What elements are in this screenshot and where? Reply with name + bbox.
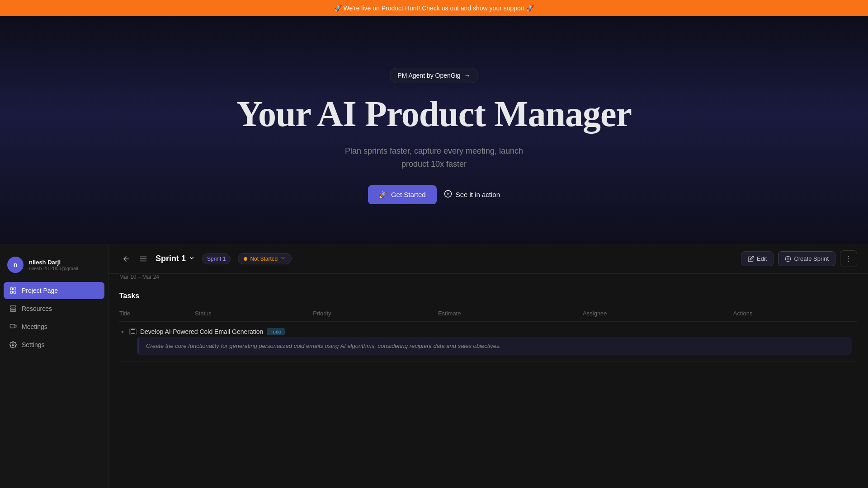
col-title: Title [119,305,189,322]
user-profile: n nilesh Darji nilesh.28.2003@gmail... [0,251,108,278]
col-actions: Actions [728,305,857,322]
tasks-heading: Tasks [119,285,857,305]
more-options-button[interactable]: ⋮ [840,250,857,267]
badge-arrow: → [464,72,471,79]
toolbar-right: Edit Create Sprint ⋮ [741,250,857,267]
task-title: Develop AI-Powered Cold Email Generation [140,328,263,335]
get-started-button[interactable]: 🚀 Get Started [368,185,437,204]
sprint-title-text: Sprint 1 [156,254,186,263]
svg-rect-9 [10,324,15,328]
sidebar-item-settings[interactable]: Settings [4,336,104,353]
subtitle-line1: Plan sprints faster, capture every meeti… [345,146,523,155]
sprint-title-button[interactable]: Sprint 1 [156,254,195,263]
sprint-date: Mar 10 – Mar 24 [108,274,868,285]
hero-subtitle: Plan sprints faster, capture every meeti… [345,145,523,171]
status-text: Not Started [250,256,278,262]
banner-text: 🚀 We're live on Product Hunt! Check us o… [334,5,534,12]
col-assignee: Assignee [577,305,728,322]
create-sprint-button[interactable]: Create Sprint [778,251,835,266]
sidebar-item-project-page[interactable]: Project Page [4,282,104,299]
play-icon [444,190,452,199]
sprint-badge: Sprint 1 [202,253,231,264]
task-checkbox[interactable] [129,328,137,335]
top-banner: 🚀 We're live on Product Hunt! Check us o… [0,0,868,16]
tasks-table: Title Status Priority Estimate Assignee … [119,305,857,361]
svg-point-10 [12,344,14,346]
pm-agent-badge[interactable]: PM Agent by OpenGig → [390,68,478,83]
see-action-button[interactable]: See it in action [444,190,500,199]
main-content: Sprint 1 Sprint 1 Not Started [108,244,868,488]
pm-agent-label: PM Agent by OpenGig [397,72,460,79]
menu-button[interactable] [137,252,150,266]
todo-badge: Todo [267,328,285,335]
svg-rect-3 [14,288,16,290]
settings-icon [9,341,17,349]
svg-rect-8 [10,310,16,311]
task-title-cell: ▼ Develop AI-Powered Cold Email Generati… [119,328,852,335]
app-panel: n nilesh Darji nilesh.28.2003@gmail... P… [0,244,868,488]
sidebar-item-label: Project Page [22,287,58,294]
rocket-icon: 🚀 [379,191,387,199]
user-name: nilesh Darji [29,259,101,266]
svg-rect-2 [10,288,13,290]
status-dot [244,257,247,261]
edit-button[interactable]: Edit [741,251,774,266]
sidebar-item-resources[interactable]: Resources [4,300,104,317]
subtitle-line2: product 10x faster [401,160,467,169]
task-expand-button[interactable]: ▼ [119,328,126,335]
avatar: n [7,257,24,273]
status-chevron-icon [280,255,286,262]
svg-rect-7 [10,308,16,310]
toolbar-left [119,252,150,266]
svg-marker-1 [447,192,449,195]
svg-rect-17 [131,330,135,334]
col-estimate: Estimate [433,305,577,322]
col-status: Status [189,305,307,322]
user-info: nilesh Darji nilesh.28.2003@gmail... [29,259,101,271]
hero-title: Your AI Product Manager [236,94,632,134]
col-priority: Priority [307,305,433,322]
back-button[interactable] [119,252,133,266]
status-badge[interactable]: Not Started [238,253,292,264]
chevron-down-icon [189,254,195,263]
svg-rect-6 [10,306,16,307]
sidebar-item-meetings[interactable]: Meetings [4,318,104,335]
sidebar-item-label: Settings [22,341,45,348]
task-description: Create the core functionality for genera… [137,337,852,355]
sidebar: n nilesh Darji nilesh.28.2003@gmail... P… [0,244,108,488]
table-row: ▼ Develop AI-Powered Cold Email Generati… [119,322,857,361]
meetings-icon [9,323,17,331]
user-email: nilesh.28.2003@gmail... [29,266,101,271]
create-sprint-label: Create Sprint [794,255,829,262]
resources-icon [9,305,17,313]
svg-rect-4 [10,291,13,293]
svg-rect-5 [14,291,16,293]
hero-section: PM Agent by OpenGig → Your AI Product Ma… [0,16,868,256]
sidebar-nav: Project Page Resources [0,282,108,354]
content-toolbar: Sprint 1 Sprint 1 Not Started [108,244,868,274]
project-page-icon [9,286,17,295]
tasks-section: Tasks Title Status Priority Estimate Ass… [108,285,868,488]
sidebar-item-label: Resources [22,305,52,312]
edit-label: Edit [757,255,767,262]
hero-buttons: 🚀 Get Started See it in action [368,185,500,204]
sidebar-item-label: Meetings [22,323,47,330]
sprint-header: Sprint 1 Sprint 1 Not Started [156,253,736,264]
